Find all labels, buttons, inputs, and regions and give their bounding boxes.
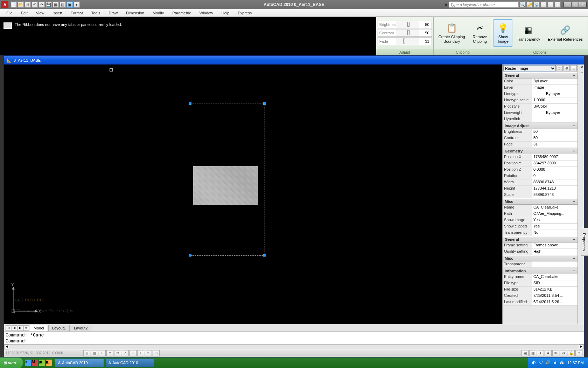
comm-icon[interactable]: 📡 — [533, 1, 540, 8]
prop-row[interactable]: Transparenc... — [503, 261, 578, 268]
app-logo[interactable]: A — [1, 1, 8, 8]
ducs-icon[interactable]: ⊿ — [130, 350, 136, 356]
tab-model[interactable]: Model — [30, 325, 48, 331]
menu-format[interactable]: Format — [66, 10, 87, 16]
prop-row[interactable]: File size 314212 KB — [503, 287, 578, 293]
prop-value[interactable]: No — [532, 230, 578, 236]
taskbar-item-1[interactable]: AAutoCAD 2010 ... — [55, 359, 104, 367]
grid-icon[interactable]: ▦ — [91, 350, 98, 356]
quickselect-icon[interactable]: ⬚ — [556, 65, 563, 71]
prop-row[interactable]: Rotation 0 — [503, 173, 578, 179]
prop-value[interactable]: 0 — [532, 173, 578, 179]
grip-br[interactable] — [263, 254, 266, 257]
prop-row[interactable]: Brightness 50 — [503, 129, 578, 135]
taskbar-item-2[interactable]: AAutoCAD 2010 — [105, 359, 154, 367]
qat-new-icon[interactable]: 📄 — [10, 1, 17, 8]
prop-row[interactable]: Position Z 0.0000 — [503, 167, 578, 173]
prop-value[interactable] — [532, 116, 578, 122]
lwt-icon[interactable]: ≡ — [145, 350, 152, 356]
qp-icon[interactable]: ▭ — [153, 350, 160, 356]
prop-value[interactable]: Image — [532, 85, 578, 91]
menu-window[interactable]: Window — [195, 10, 217, 16]
properties-side-tab[interactable]: Properties — [581, 228, 588, 256]
search-input[interactable] — [449, 1, 519, 8]
selectobj-icon[interactable]: ⊕ — [564, 65, 570, 71]
prop-row[interactable]: Show image Yes — [503, 217, 578, 224]
tray-icon[interactable]: ◐ — [531, 360, 537, 366]
close-button[interactable]: ✕ — [579, 2, 587, 7]
prop-row[interactable]: Scale 86890.8743 — [503, 192, 578, 198]
prop-value[interactable]: SID — [532, 280, 578, 286]
prop-category[interactable]: Misc▲ — [503, 255, 578, 261]
menu-view[interactable]: View — [32, 10, 49, 16]
prop-value[interactable]: 6/14/2011 5:26 ... — [532, 299, 578, 305]
search-icon[interactable]: 🔍 — [519, 1, 526, 8]
menu-help[interactable]: Help — [217, 10, 234, 16]
prop-category[interactable]: Image Adjust▲ — [503, 123, 578, 129]
slider-contrast[interactable]: Contrast 50 — [378, 29, 432, 37]
prop-row[interactable]: Plot style ByColor — [503, 104, 578, 110]
ribbon-button[interactable]: 📋 Create ClippingBoundary — [435, 19, 469, 47]
dropdown-icon[interactable]: ▾ — [554, 1, 561, 8]
prop-row[interactable]: Transparency No — [503, 230, 578, 236]
prop-value[interactable]: Frames above — [532, 243, 578, 248]
polar-icon[interactable]: ⊙ — [106, 350, 113, 356]
tray-icon[interactable]: 🖧 — [559, 360, 565, 366]
tab-first-icon[interactable]: ⏮ — [6, 325, 11, 331]
prop-value[interactable]: 334297.3908 — [532, 161, 578, 166]
dyn-icon[interactable]: + — [137, 350, 144, 356]
slider-fade[interactable]: Fade 31 — [378, 38, 432, 45]
tab-next-icon[interactable]: ▶ — [18, 325, 23, 331]
ribbon-button[interactable]: 💡 ShowImage — [493, 19, 512, 47]
prop-value[interactable]: ByColor — [532, 104, 578, 110]
prop-row[interactable]: Frame setting Frames above — [503, 243, 578, 249]
command-window[interactable]: Command: *Canc Command: ◀ ▶ — [4, 332, 584, 349]
prop-row[interactable]: Hyperlink — [503, 116, 578, 123]
prop-row[interactable]: Width 86890.8743 — [503, 179, 578, 186]
ql-app3-icon[interactable]: ◧ — [46, 360, 52, 366]
prop-category[interactable]: Information▲ — [503, 268, 578, 274]
prop-row[interactable]: Path C:\Aer_Mapping... — [503, 211, 578, 217]
drawing-canvas[interactable]: GET INTO PC Download Your Desired App X … — [4, 64, 502, 324]
prop-row[interactable]: Quality setting High — [503, 249, 578, 255]
prop-value[interactable]: High — [532, 249, 578, 255]
prop-row[interactable]: Show clipped Yes — [503, 224, 578, 230]
menu-draw[interactable]: Draw — [104, 10, 122, 16]
annoscale-icon[interactable]: A — [545, 350, 552, 356]
panel-collapse-icon[interactable]: ⇥ — [580, 71, 583, 75]
prop-value[interactable]: 1735489.9097 — [532, 154, 578, 160]
selection-boundary[interactable] — [190, 103, 265, 255]
prop-category[interactable]: Geometry▲ — [503, 148, 578, 154]
prop-row[interactable]: Linetype scale 1.0000 — [503, 97, 578, 104]
prop-value[interactable]: 31 — [532, 142, 578, 148]
prop-value[interactable]: 86890.8743 — [532, 192, 578, 198]
ribbon-button[interactable]: ✂ RemoveClipping — [469, 19, 491, 47]
prop-value[interactable] — [532, 261, 578, 267]
prop-row[interactable]: Lineweight ——— ByLayer — [503, 110, 578, 116]
slider-brightness[interactable]: Brightness 50 — [378, 21, 432, 28]
qat-redo-icon[interactable]: ↷ — [38, 1, 45, 8]
properties-body[interactable]: General▲ Color ByLayer Layer Image Linet… — [503, 72, 578, 324]
maximize-button[interactable]: ◻ — [571, 2, 579, 7]
panel-close-icon[interactable]: ✕ — [580, 65, 583, 69]
prop-value[interactable]: 86890.8743 — [532, 179, 578, 185]
prop-row[interactable]: Height 177344.1213 — [503, 186, 578, 192]
model-icon[interactable]: ▣ — [522, 350, 528, 356]
favorite-icon[interactable]: ☆ — [540, 1, 547, 8]
menu-dimension[interactable]: Dimension — [122, 10, 148, 16]
start-button[interactable]: ⊞ start — [0, 357, 23, 368]
prop-row[interactable]: Created 7/25/2011 8:54 ... — [503, 293, 578, 299]
ql-app1-icon[interactable]: M — [32, 360, 38, 366]
prop-value[interactable]: 50 — [532, 135, 578, 141]
nav-icon[interactable]: ✦ — [537, 350, 544, 356]
ribbon-button[interactable]: ▦ Transparency — [513, 19, 544, 47]
prop-value[interactable]: ByLayer — [532, 79, 578, 84]
prop-row[interactable]: Linetype ——— ByLayer — [503, 91, 578, 97]
prop-row[interactable]: File type SID — [503, 280, 578, 287]
qat-layer-icon[interactable]: ▦ — [52, 1, 59, 8]
prop-value[interactable]: 1.0000 — [532, 97, 578, 103]
command-scrollbar[interactable]: ◀ ▶ — [4, 344, 584, 349]
qat-sheet-icon[interactable]: ▣ — [66, 1, 73, 8]
tray-icon[interactable]: 🖥 — [552, 360, 558, 366]
prop-value[interactable]: ——— ByLayer — [532, 91, 578, 97]
